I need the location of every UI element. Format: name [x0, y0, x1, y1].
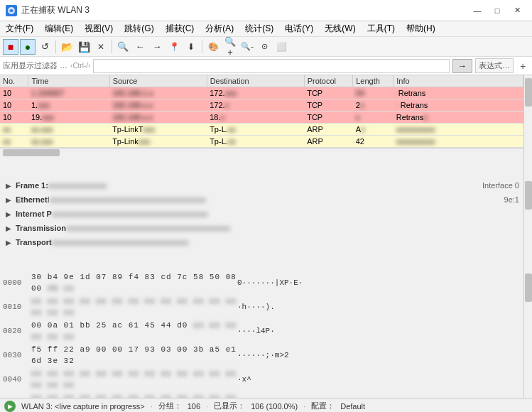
- hex-vscroll-thumb[interactable]: [525, 273, 532, 302]
- close-button[interactable]: ✕: [508, 4, 526, 18]
- cell-source: 192.168.x.x: [109, 112, 207, 124]
- menu-analyze[interactable]: 分析(A): [200, 21, 239, 36]
- status-separator-1: ·: [151, 402, 153, 411]
- col-info: Info: [393, 75, 523, 87]
- expand-icon-frame[interactable]: ▶: [4, 181, 13, 190]
- filter-shortcut: ‹Ctrl-/›: [70, 62, 90, 70]
- maximize-button[interactable]: □: [488, 4, 506, 18]
- cell-source: Tp-Linkxxx: [109, 136, 207, 148]
- hex-bytes: 30 b4 9e 1d 07 89 f4 83 cd 7c 58 50 08 0…: [31, 271, 237, 294]
- toolbar-separator-1: [55, 40, 56, 53]
- cell-time: xx.xxx: [28, 124, 109, 136]
- hex-container: 0000 30 b4 9e 1d 07 89 f4 83 cd 7c 58 50…: [0, 271, 532, 398]
- detail-row-transport[interactable]: ▶ Transport xxxxxxxxxxxxxxxxxxxxxxxxxxxx…: [0, 235, 523, 249]
- open-file-button[interactable]: 📂: [59, 39, 75, 55]
- hex-ascii: 0·······|XP·E·: [237, 277, 303, 288]
- group-label: 分组：: [158, 401, 182, 411]
- detail-vscroll-thumb[interactable]: [525, 181, 532, 210]
- detail-row-ethernet[interactable]: ▶ Ethernet Ixxxxxxxxxxxxxxxxxxxxxxxxxxxx…: [0, 193, 523, 207]
- cell-dest: 18.x: [207, 112, 304, 124]
- menu-capture[interactable]: 捕获(C): [160, 21, 200, 36]
- filter-expression-button[interactable]: 表达式…: [475, 58, 514, 73]
- go-forward-button[interactable]: →: [149, 39, 165, 55]
- toolbar-separator-3: [202, 40, 202, 53]
- packet-list-container: No. Time Source Destination Protocol Len…: [0, 75, 532, 178]
- zoom-out-button[interactable]: 🔍-: [239, 39, 255, 55]
- cell-info: Retransx: [393, 112, 523, 124]
- title-text: 正在捕获 WLAN 3: [21, 4, 468, 16]
- expand-icon-transport[interactable]: ▶: [4, 238, 13, 246]
- hex-row-0020: 0020 00 0a 01 bb 25 ac 61 45 44 d0 xx xx…: [0, 319, 523, 343]
- table-row[interactable]: 10 1.234567 192.168.1.x 172.xxx TCP 54 ·…: [0, 87, 523, 99]
- status-separator-3: ·: [303, 402, 305, 411]
- hex-vscrollbar[interactable]: [523, 271, 532, 398]
- menu-file[interactable]: 文件(F): [0, 21, 39, 36]
- cell-no: 10: [0, 99, 28, 112]
- cell-source: Tp-LinkTxxx: [109, 124, 207, 136]
- detail-row-transmission[interactable]: ▶ Transmission xxxxxxxxxxxxxxxxxxxxxxxxx…: [0, 221, 523, 235]
- filter-input[interactable]: [93, 59, 450, 73]
- table-row[interactable]: xx xx.xxx Tp-LinkTxxx Tp-L.xx ARP Ax xxx…: [0, 124, 523, 136]
- filterbar: 应用显示过滤器 … ‹Ctrl-/› → 表达式… +: [0, 57, 532, 75]
- expand-icon-internet[interactable]: ▶: [4, 210, 13, 218]
- hex-bytes: 00 0a 01 bb 25 ac 61 45 44 d0 xx xx xx x…: [31, 320, 237, 342]
- table-row[interactable]: 10 1.xxx 192.168.x.x 172.x TCP 2x · Retr…: [0, 99, 523, 112]
- expand-icon-ethernet[interactable]: ▶: [4, 195, 13, 204]
- filter-add-button[interactable]: +: [516, 60, 529, 72]
- cell-dest: 172.x: [207, 99, 304, 112]
- table-row[interactable]: 10 19.xxx 192.168.x.x 18.x TCP x Retrans…: [0, 112, 523, 124]
- colorize-button[interactable]: 🎨: [205, 39, 221, 55]
- filter-apply-button[interactable]: →: [452, 59, 472, 73]
- resize-columns-button[interactable]: ⬜: [273, 39, 289, 55]
- col-source: Source: [109, 75, 207, 87]
- cell-dest: Tp-L.xx: [207, 124, 304, 136]
- cell-info: xxxxxxxxxx: [393, 124, 523, 136]
- close-file-button[interactable]: ✕: [93, 39, 109, 55]
- detail-container: ▶ Frame 1: xxxxxxxxxxxxxxx Interface 0 ▶…: [0, 178, 532, 271]
- profile-label: 配置：: [311, 401, 335, 411]
- detail-right-frame: Interface 0: [482, 181, 519, 190]
- cell-time: xx.xxx: [28, 136, 109, 148]
- expand-icon-transmission[interactable]: ▶: [4, 224, 13, 232]
- packet-hscrollbar[interactable]: [0, 148, 523, 156]
- menu-view[interactable]: 视图(V): [79, 21, 119, 36]
- hex-offset: 0040: [3, 374, 31, 385]
- hex-offset: 0010: [3, 301, 31, 313]
- window-controls: — □ ✕: [468, 4, 526, 18]
- detail-row-internet[interactable]: ▶ Internet P xxxxxxxxxxxxxxxxxxxxxxxxxxx…: [0, 207, 523, 221]
- cell-info: · Retrans: [393, 99, 523, 112]
- status-separator-2: ·: [206, 402, 208, 411]
- statusbar: ▶ WLAN 3: <live capture in progress> · 分…: [0, 398, 532, 412]
- menu-wireless[interactable]: 无线(W): [319, 21, 361, 36]
- app-icon: [6, 5, 17, 16]
- zoom-in-button[interactable]: 🔍+: [222, 39, 238, 55]
- detail-vscrollbar[interactable]: [523, 178, 532, 271]
- detail-value-ethernet: Ixxxxxxxxxxxxxxxxxxxxxxxxxxxxxxxxxxxxxxx…: [48, 195, 206, 204]
- detail-row-frame[interactable]: ▶ Frame 1: xxxxxxxxxxxxxxx Interface 0: [0, 178, 523, 193]
- menu-phone[interactable]: 电话(Y): [279, 21, 319, 36]
- stop-capture-button[interactable]: ■: [3, 39, 18, 55]
- menu-goto[interactable]: 跳转(G): [119, 21, 159, 36]
- cell-dest: Tp-L.xx: [207, 136, 304, 148]
- packet-vscrollbar[interactable]: [523, 75, 532, 178]
- menu-stats[interactable]: 统计(S): [239, 21, 279, 36]
- vscroll-thumb[interactable]: [525, 78, 532, 107]
- start-capture-button[interactable]: ●: [20, 39, 36, 55]
- menu-edit[interactable]: 编辑(E): [39, 21, 79, 36]
- save-file-button[interactable]: 💾: [76, 39, 92, 55]
- find-button[interactable]: 🔍: [115, 39, 131, 55]
- go-to-packet-button[interactable]: 📍: [166, 39, 182, 55]
- zoom-normal-button[interactable]: ⊙: [256, 39, 272, 55]
- hscroll-thumb[interactable]: [3, 149, 60, 156]
- minimize-button[interactable]: —: [468, 4, 487, 18]
- restart-capture-button[interactable]: ↺: [37, 39, 53, 55]
- menu-help[interactable]: 帮助(H): [401, 21, 441, 36]
- go-back-button[interactable]: ←: [132, 39, 148, 55]
- detail-value-internet: xxxxxxxxxxxxxxxxxxxxxxxxxxxxxxxxxxxxxxxx: [52, 210, 208, 218]
- cell-time: 19.xxx: [28, 112, 109, 124]
- cell-dest: 172.xxx: [207, 87, 304, 99]
- cell-info: xxxxxxxxxx: [393, 136, 523, 148]
- scroll-end-button[interactable]: ⬇: [183, 39, 199, 55]
- menu-tools[interactable]: 工具(T): [362, 21, 401, 36]
- table-row[interactable]: xx xx.xxx Tp-Linkxxx Tp-L.xx ARP 42 xxxx…: [0, 136, 523, 148]
